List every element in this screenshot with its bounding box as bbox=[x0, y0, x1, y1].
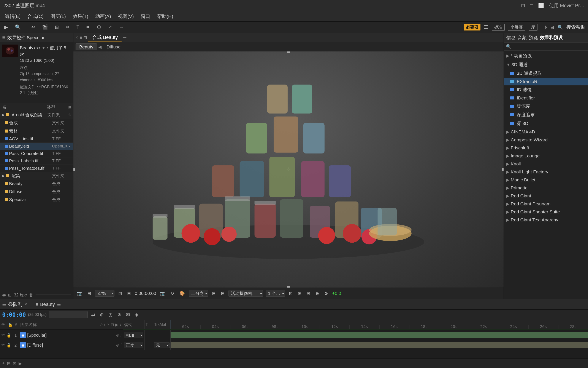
layer-2-solo[interactable]: ⊙ bbox=[116, 343, 119, 348]
tb-home-icon[interactable]: ▶ bbox=[18, 361, 22, 366]
vc-fit-icon[interactable]: ⊡ bbox=[117, 290, 123, 296]
comp-item-specular[interactable]: Specular 合成 bbox=[0, 196, 73, 204]
tree-item-extractor[interactable]: EXtractoR bbox=[504, 78, 588, 85]
tb-add-icon[interactable]: + bbox=[2, 361, 5, 366]
tool-grid[interactable]: ⊞ bbox=[53, 24, 61, 31]
tc-comment-icon[interactable]: ✉ bbox=[125, 312, 131, 318]
handle-left-center[interactable] bbox=[73, 168, 75, 171]
file-item-aov[interactable]: AOV_Lids.tif TIFF bbox=[0, 135, 73, 143]
tree-item-3dchannel[interactable]: 3D 通道提取 bbox=[504, 69, 588, 78]
layer-1-mode-select[interactable]: 相加 正常 bbox=[124, 332, 143, 338]
tl-comp-menu-icon[interactable]: ☰ bbox=[57, 302, 61, 307]
tree-header-knoll[interactable]: ▶ Knoll bbox=[504, 160, 588, 168]
render-queue-icon[interactable]: ⊞ bbox=[8, 292, 12, 297]
standard-tag[interactable]: 标准 bbox=[492, 24, 505, 31]
vc-split-select[interactable]: 二分之一 全 bbox=[189, 290, 208, 297]
handle-bottom-center[interactable] bbox=[287, 286, 290, 288]
tree-header-frischluft[interactable]: ▶ Frischluft bbox=[504, 144, 588, 152]
menu-help[interactable]: 帮助(H) bbox=[154, 12, 176, 20]
vc-display-icon[interactable]: ⊞ bbox=[86, 290, 92, 296]
tool-undo[interactable]: ↩ bbox=[30, 24, 37, 31]
vc-settings-icon[interactable]: ⚙ bbox=[323, 290, 330, 296]
right-search[interactable]: 🔍 bbox=[504, 43, 588, 51]
right-search-input[interactable] bbox=[513, 44, 586, 49]
folder-arnold[interactable]: ▶ Arnold 合成渲染 文件夹 ⊕ bbox=[0, 111, 73, 119]
vc-color-icon[interactable]: 🎨 bbox=[178, 290, 186, 296]
vc-snapshot-icon[interactable]: 📷 bbox=[76, 290, 84, 296]
tree-item-id-filter[interactable]: ID 滤镜 bbox=[504, 85, 588, 94]
rh-info[interactable]: 信息 bbox=[506, 35, 516, 41]
vc-3d-icon-3[interactable]: ⊟ bbox=[305, 290, 312, 296]
tool-draw[interactable]: ✏ bbox=[64, 24, 71, 31]
tb-zoom-icon[interactable]: ⊡ bbox=[13, 361, 17, 366]
handle-top-left[interactable] bbox=[74, 52, 78, 56]
tc-marker-icon[interactable]: ◈ bbox=[133, 312, 140, 318]
menu-compose[interactable]: 合成(C) bbox=[24, 12, 47, 20]
menu-view[interactable]: 视图(V) bbox=[115, 12, 137, 20]
vc-alpha-icon[interactable]: ⊟ bbox=[219, 290, 226, 296]
comp-item-diffuse[interactable]: Diffuse 合成 bbox=[0, 188, 73, 196]
tree-header-animation[interactable]: ▶ * 动画预设 bbox=[504, 51, 588, 60]
menu-edit[interactable]: 编辑(E) bbox=[2, 12, 24, 20]
file-item-beauty[interactable]: Beauty.exr OpenEXR bbox=[0, 143, 73, 150]
rh-preview[interactable]: 预览 bbox=[529, 35, 538, 41]
vc-grid-icon[interactable]: ⊕ bbox=[314, 290, 320, 296]
menu-window[interactable]: 窗口 bbox=[138, 12, 153, 20]
layer-2-timeline[interactable] bbox=[171, 340, 588, 350]
tl-menu-icon[interactable]: ☰ bbox=[2, 302, 6, 307]
tc-solo-icon[interactable]: ◎ bbox=[107, 312, 114, 318]
vc-zoom-control[interactable]: 37% 50% 100% bbox=[95, 290, 114, 297]
tc-time-text[interactable]: 0:00:00 bbox=[2, 312, 26, 318]
rh-effects[interactable]: 效果和预设 bbox=[540, 35, 563, 41]
layer-1-lock[interactable]: 🔒 bbox=[7, 333, 11, 338]
tc-arrows-icon[interactable]: ⇄ bbox=[90, 312, 96, 318]
viewer-lock-icon[interactable]: ■ bbox=[79, 35, 82, 40]
handle-top-center[interactable] bbox=[287, 51, 290, 53]
vc-camera-select[interactable]: 活动摄像机 bbox=[228, 290, 263, 297]
required-tag[interactable]: 必要项 bbox=[464, 24, 481, 30]
handle-bottom-left[interactable] bbox=[74, 283, 78, 287]
vc-split-control[interactable]: 二分之一 全 bbox=[189, 290, 208, 297]
search-help-label[interactable]: 搜索帮助 bbox=[566, 24, 585, 30]
vc-camera-capture-icon[interactable]: 📷 bbox=[159, 290, 167, 296]
tree-item-fog3d[interactable]: 雾 3D bbox=[504, 119, 588, 128]
rh-audio[interactable]: 音频 bbox=[518, 35, 527, 41]
layer-1-solo[interactable]: ⊙ bbox=[116, 333, 119, 338]
tree-header-compwiz[interactable]: ▶ Composite Wizard bbox=[504, 136, 588, 144]
vc-3d-icon-2[interactable]: ⊞ bbox=[297, 290, 303, 296]
hamburger-icon[interactable]: ☰ bbox=[484, 24, 488, 30]
tb-navigator-icon[interactable]: ⊟ bbox=[7, 361, 11, 366]
tc-parent-icon[interactable]: ⊕ bbox=[98, 312, 105, 318]
tree-item-identifier[interactable]: IDentifier bbox=[504, 94, 588, 102]
layer-2-mode-select[interactable]: 正常 相加 bbox=[124, 342, 143, 348]
grid-view-icon[interactable]: ⊞ bbox=[550, 25, 554, 30]
layer-2-lock[interactable]: 🔒 bbox=[7, 343, 11, 348]
menu-layer[interactable]: 图层(L) bbox=[47, 12, 69, 20]
tree-header-primatte[interactable]: ▶ Primatte bbox=[504, 184, 588, 192]
panel-menu-icon[interactable]: ☰ bbox=[2, 35, 6, 40]
comp-item-beauty[interactable]: Beauty 合成 bbox=[0, 180, 73, 188]
handle-top-right[interactable] bbox=[499, 52, 503, 56]
tree-item-depthmask[interactable]: 深度遮罩 bbox=[504, 110, 588, 119]
file-arrow[interactable]: ▼ bbox=[42, 46, 46, 50]
subtab-arrow-left[interactable]: ◀ bbox=[98, 44, 102, 49]
tree-header-3d[interactable]: ▼ 3D 通道 bbox=[504, 60, 588, 69]
tl-close-btn[interactable]: × bbox=[25, 302, 27, 307]
folder-render[interactable]: ▶ 渲染 文件夹 bbox=[0, 172, 73, 180]
toolbar-search-icon[interactable]: 🔍 bbox=[558, 25, 563, 30]
tree-header-redgiant[interactable]: ▶ Red Giant bbox=[504, 192, 588, 200]
expand-icon[interactable]: ⟫ bbox=[544, 25, 547, 30]
tree-header-rg-prsunami[interactable]: ▶ Red Giant Prsunami bbox=[504, 200, 588, 208]
window-control-2[interactable]: □ bbox=[530, 3, 533, 9]
vc-refresh-icon[interactable]: ↻ bbox=[169, 290, 176, 296]
layer-1-timeline[interactable] bbox=[171, 330, 588, 340]
layer-1-eye[interactable]: 👁 bbox=[1, 333, 5, 338]
list-options-icon[interactable]: ⊞ bbox=[68, 105, 71, 110]
vc-safe-icon[interactable]: ⊟ bbox=[126, 290, 132, 296]
viewer-menu-icon[interactable]: ☰ bbox=[123, 35, 127, 40]
delete-icon[interactable]: 🗑 bbox=[29, 293, 33, 297]
tree-header-imagelounge[interactable]: ▶ Image Lounge bbox=[504, 152, 588, 160]
file-item-labels[interactable]: Pass_Labels.tif TIFF bbox=[0, 157, 73, 165]
layer-2-trkmat-select[interactable]: 无 bbox=[154, 342, 169, 348]
viewer-canvas[interactable]: ✛ bbox=[73, 51, 504, 288]
